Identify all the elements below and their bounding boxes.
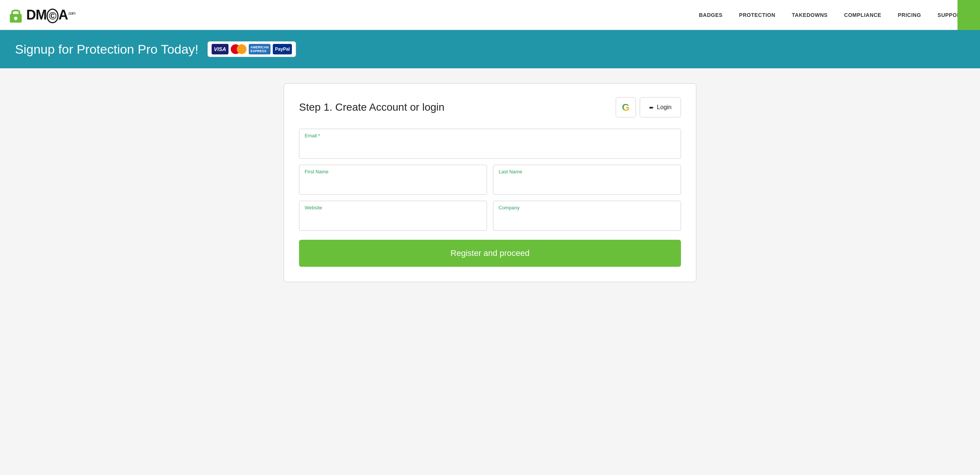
svg-point-3: [14, 16, 16, 18]
promo-banner: Signup for Protection Pro Today! VISA AM…: [0, 30, 980, 68]
signup-form-card: Step 1. Create Account or login G ➨ Logi…: [284, 83, 696, 282]
website-input[interactable]: [305, 212, 481, 219]
logo-text: DM©A.com: [26, 7, 75, 23]
company-label: Company: [499, 205, 675, 210]
login-button-label: Login: [657, 104, 671, 111]
email-row: Email *: [299, 129, 681, 159]
svg-rect-2: [15, 18, 16, 20]
company-field-wrapper: Company: [493, 201, 681, 231]
company-input[interactable]: [499, 212, 675, 219]
visa-badge: VISA: [212, 44, 229, 54]
email-input[interactable]: [305, 140, 675, 147]
form-header: Step 1. Create Account or login G ➨ Logi…: [299, 97, 681, 118]
mastercard-badge: [231, 44, 247, 54]
last-name-field-wrapper: Last Name: [493, 165, 681, 195]
last-name-label: Last Name: [499, 169, 675, 175]
last-name-input[interactable]: [499, 176, 675, 183]
form-title: Step 1. Create Account or login: [299, 101, 445, 113]
payment-methods: VISA AMERICANEXPRESS PayPal: [207, 41, 296, 57]
google-signin-button[interactable]: G: [616, 97, 636, 118]
nav-takedowns[interactable]: TAKEDOWNS: [784, 12, 836, 18]
lock-icon: [8, 7, 24, 23]
auth-actions: G ➨ Login: [616, 97, 681, 118]
nav-pricing[interactable]: PRICING: [889, 12, 929, 18]
nav-badges[interactable]: BADGES: [691, 12, 731, 18]
banner-title: Signup for Protection Pro Today!: [15, 42, 199, 57]
main-content: Step 1. Create Account or login G ➨ Logi…: [0, 68, 980, 305]
main-nav: BADGES PROTECTION TAKEDOWNS COMPLIANCE P…: [691, 12, 972, 18]
first-name-label: First Name: [305, 169, 481, 175]
amex-badge: AMERICANEXPRESS: [249, 44, 271, 54]
logo[interactable]: DM©A.com: [8, 7, 75, 23]
login-button[interactable]: ➨ Login: [640, 97, 681, 118]
register-button[interactable]: Register and proceed: [299, 240, 681, 267]
website-label: Website: [305, 205, 481, 210]
name-row: First Name Last Name: [299, 165, 681, 195]
email-label: Email *: [305, 133, 675, 138]
nav-compliance[interactable]: COMPLIANCE: [836, 12, 889, 18]
header: DM©A.com BADGES PROTECTION TAKEDOWNS COM…: [0, 0, 980, 30]
nav-protection[interactable]: PROTECTION: [731, 12, 784, 18]
paypal-badge: PayPal: [273, 44, 292, 54]
google-g-icon: G: [622, 102, 630, 113]
first-name-input[interactable]: [305, 176, 481, 183]
email-field-wrapper: Email *: [299, 129, 681, 159]
website-field-wrapper: Website: [299, 201, 487, 231]
logo-com: .com: [68, 11, 75, 15]
login-arrow-icon: ➨: [649, 104, 654, 111]
first-name-field-wrapper: First Name: [299, 165, 487, 195]
green-accent-block: [958, 0, 980, 30]
website-company-row: Website Company: [299, 201, 681, 231]
